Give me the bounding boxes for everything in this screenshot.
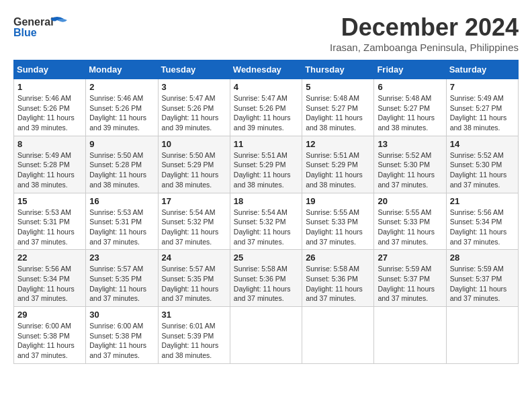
table-row [446,307,518,364]
table-row: 23 Sunrise: 5:57 AMSunset: 5:35 PMDaylig… [86,250,158,307]
day-number: 5 [306,82,370,92]
table-row: 25 Sunrise: 5:58 AMSunset: 5:36 PMDaylig… [230,250,302,307]
table-row: 3 Sunrise: 5:47 AMSunset: 5:26 PMDayligh… [158,79,230,136]
header-sunday: Sunday [14,60,86,79]
day-info: Sunrise: 5:51 AMSunset: 5:29 PMDaylight:… [306,151,363,189]
day-info: Sunrise: 5:49 AMSunset: 5:28 PMDaylight:… [17,151,75,189]
day-info: Sunrise: 5:51 AMSunset: 5:29 PMDaylight:… [234,151,291,189]
day-info: Sunrise: 5:46 AMSunset: 5:26 PMDaylight:… [89,94,146,132]
day-number: 18 [234,196,298,206]
header-saturday: Saturday [446,60,518,79]
table-row: 17 Sunrise: 5:54 AMSunset: 5:32 PMDaylig… [158,193,230,250]
svg-text:Blue: Blue [13,27,37,38]
day-number: 3 [162,82,226,92]
table-row: 24 Sunrise: 5:57 AMSunset: 5:35 PMDaylig… [158,250,230,307]
day-info: Sunrise: 5:54 AMSunset: 5:32 PMDaylight:… [162,208,219,246]
day-number: 25 [234,253,298,263]
header-friday: Friday [374,60,446,79]
table-row: 9 Sunrise: 5:50 AMSunset: 5:28 PMDayligh… [86,136,158,193]
table-row: 31 Sunrise: 6:01 AMSunset: 5:39 PMDaylig… [158,307,230,364]
day-number: 11 [234,139,298,149]
table-row [302,307,374,364]
table-row: 1 Sunrise: 5:46 AMSunset: 5:26 PMDayligh… [14,79,86,136]
table-row: 28 Sunrise: 5:59 AMSunset: 5:37 PMDaylig… [446,250,518,307]
header-thursday: Thursday [302,60,374,79]
table-row: 8 Sunrise: 5:49 AMSunset: 5:28 PMDayligh… [14,136,86,193]
table-row: 7 Sunrise: 5:49 AMSunset: 5:27 PMDayligh… [446,79,518,136]
table-row: 5 Sunrise: 5:48 AMSunset: 5:27 PMDayligh… [302,79,374,136]
day-number: 4 [234,82,298,92]
table-row: 29 Sunrise: 6:00 AMSunset: 5:38 PMDaylig… [14,307,86,364]
day-number: 16 [89,196,154,206]
table-row [230,307,302,364]
day-number: 12 [306,139,370,149]
table-row: 21 Sunrise: 5:56 AMSunset: 5:34 PMDaylig… [446,193,518,250]
day-info: Sunrise: 5:55 AMSunset: 5:33 PMDaylight:… [306,208,363,246]
table-row: 26 Sunrise: 5:58 AMSunset: 5:36 PMDaylig… [302,250,374,307]
table-row: 13 Sunrise: 5:52 AMSunset: 5:30 PMDaylig… [374,136,446,193]
day-info: Sunrise: 5:58 AMSunset: 5:36 PMDaylight:… [306,265,363,302]
day-number: 29 [17,310,82,320]
day-info: Sunrise: 5:47 AMSunset: 5:26 PMDaylight:… [234,94,291,132]
day-info: Sunrise: 5:46 AMSunset: 5:26 PMDaylight:… [17,94,75,132]
day-number: 9 [89,139,154,149]
day-info: Sunrise: 5:56 AMSunset: 5:34 PMDaylight:… [17,265,75,302]
header-monday: Monday [86,60,158,79]
day-info: Sunrise: 6:01 AMSunset: 5:39 PMDaylight:… [162,322,219,359]
day-info: Sunrise: 5:58 AMSunset: 5:36 PMDaylight:… [234,265,291,302]
day-number: 14 [450,139,515,149]
day-number: 17 [162,196,226,206]
table-row: 12 Sunrise: 5:51 AMSunset: 5:29 PMDaylig… [302,136,374,193]
day-info: Sunrise: 5:53 AMSunset: 5:31 PMDaylight:… [89,208,146,246]
table-row: 30 Sunrise: 6:00 AMSunset: 5:38 PMDaylig… [86,307,158,364]
day-number: 30 [89,310,154,320]
day-info: Sunrise: 5:50 AMSunset: 5:29 PMDaylight:… [162,151,219,189]
day-number: 8 [17,139,82,149]
logo-icon: General Blue [13,13,74,40]
day-info: Sunrise: 5:52 AMSunset: 5:30 PMDaylight:… [450,151,507,189]
day-number: 10 [162,139,226,149]
calendar-table: Sunday Monday Tuesday Wednesday Thursday… [13,60,519,364]
day-info: Sunrise: 5:57 AMSunset: 5:35 PMDaylight:… [162,265,219,302]
table-row [374,307,446,364]
table-row: 14 Sunrise: 5:52 AMSunset: 5:30 PMDaylig… [446,136,518,193]
svg-text:General: General [13,16,54,28]
day-info: Sunrise: 5:56 AMSunset: 5:34 PMDaylight:… [450,208,507,246]
day-number: 13 [378,139,442,149]
day-info: Sunrise: 5:59 AMSunset: 5:37 PMDaylight:… [450,265,507,302]
day-number: 26 [306,253,370,263]
table-row: 18 Sunrise: 5:54 AMSunset: 5:32 PMDaylig… [230,193,302,250]
day-info: Sunrise: 5:55 AMSunset: 5:33 PMDaylight:… [378,208,435,246]
day-info: Sunrise: 5:49 AMSunset: 5:27 PMDaylight:… [450,94,507,132]
title-area: December 2024 Irasan, Zamboanga Peninsul… [330,13,519,53]
table-row: 10 Sunrise: 5:50 AMSunset: 5:29 PMDaylig… [158,136,230,193]
day-number: 20 [378,196,442,206]
day-number: 27 [378,253,442,263]
table-row: 20 Sunrise: 5:55 AMSunset: 5:33 PMDaylig… [374,193,446,250]
day-number: 22 [17,253,82,263]
day-info: Sunrise: 5:53 AMSunset: 5:31 PMDaylight:… [17,208,75,246]
day-info: Sunrise: 5:52 AMSunset: 5:30 PMDaylight:… [378,151,435,189]
day-number: 24 [162,253,226,263]
day-info: Sunrise: 5:59 AMSunset: 5:37 PMDaylight:… [378,265,435,302]
table-row: 27 Sunrise: 5:59 AMSunset: 5:37 PMDaylig… [374,250,446,307]
header-wednesday: Wednesday [230,60,302,79]
table-row: 16 Sunrise: 5:53 AMSunset: 5:31 PMDaylig… [86,193,158,250]
table-row: 6 Sunrise: 5:48 AMSunset: 5:27 PMDayligh… [374,79,446,136]
table-row: 2 Sunrise: 5:46 AMSunset: 5:26 PMDayligh… [86,79,158,136]
day-number: 1 [17,82,82,92]
day-number: 28 [450,253,515,263]
day-info: Sunrise: 5:50 AMSunset: 5:28 PMDaylight:… [89,151,146,189]
day-number: 21 [450,196,515,206]
day-info: Sunrise: 5:57 AMSunset: 5:35 PMDaylight:… [89,265,146,302]
table-row: 4 Sunrise: 5:47 AMSunset: 5:26 PMDayligh… [230,79,302,136]
day-info: Sunrise: 5:47 AMSunset: 5:26 PMDaylight:… [162,94,219,132]
table-row: 22 Sunrise: 5:56 AMSunset: 5:34 PMDaylig… [14,250,86,307]
day-info: Sunrise: 6:00 AMSunset: 5:38 PMDaylight:… [17,322,75,359]
table-row: 15 Sunrise: 5:53 AMSunset: 5:31 PMDaylig… [14,193,86,250]
day-info: Sunrise: 6:00 AMSunset: 5:38 PMDaylight:… [89,322,146,359]
table-row: 19 Sunrise: 5:55 AMSunset: 5:33 PMDaylig… [302,193,374,250]
day-info: Sunrise: 5:48 AMSunset: 5:27 PMDaylight:… [306,94,363,132]
location: Irasan, Zamboanga Peninsula, Philippines [330,42,519,53]
day-info: Sunrise: 5:54 AMSunset: 5:32 PMDaylight:… [234,208,291,246]
